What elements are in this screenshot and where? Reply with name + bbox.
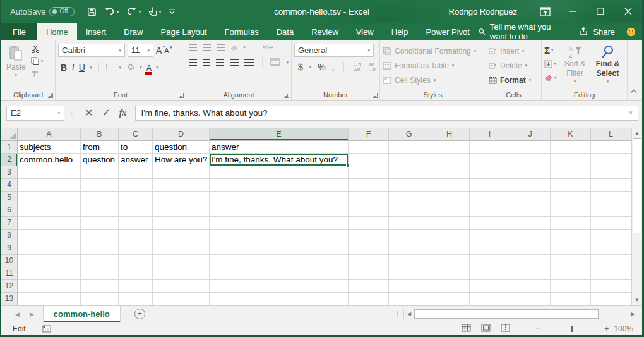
undo-button[interactable]: ▾ bbox=[104, 7, 119, 16]
column-header-A[interactable]: A bbox=[18, 128, 81, 141]
cell-G7[interactable] bbox=[389, 217, 429, 230]
cell-A5[interactable] bbox=[18, 192, 81, 204]
borders-icon[interactable] bbox=[106, 64, 114, 71]
cell-H4[interactable] bbox=[429, 179, 470, 192]
cell-L6[interactable] bbox=[591, 204, 631, 217]
cell-J4[interactable] bbox=[510, 179, 551, 192]
column-header-H[interactable]: H bbox=[429, 128, 470, 141]
row-header-10[interactable]: 10 bbox=[1, 255, 18, 267]
cell-D10[interactable] bbox=[153, 255, 210, 267]
cell-J6[interactable] bbox=[510, 204, 551, 217]
orientation-dropdown-icon[interactable]: ▾ bbox=[243, 45, 246, 50]
cell-A6[interactable] bbox=[18, 204, 81, 217]
copy-button[interactable]: ▾ bbox=[31, 57, 44, 65]
row-header-6[interactable]: 6 bbox=[1, 204, 18, 217]
cell-C8[interactable] bbox=[119, 230, 153, 242]
cell-J9[interactable] bbox=[510, 242, 551, 255]
cell-J12[interactable] bbox=[510, 280, 551, 293]
cell-L3[interactable] bbox=[591, 166, 631, 179]
cell-D9[interactable] bbox=[153, 242, 210, 255]
tab-home[interactable]: Home bbox=[37, 23, 77, 40]
cell-B8[interactable] bbox=[81, 230, 119, 242]
cell-L8[interactable] bbox=[591, 230, 631, 242]
find-select-button[interactable]: Find & Select ▾ bbox=[593, 44, 623, 90]
page-break-preview-button[interactable] bbox=[501, 324, 510, 334]
zoom-level[interactable]: 100% bbox=[614, 324, 633, 333]
previous-sheet-arrow-icon[interactable]: ◀ bbox=[15, 311, 20, 317]
tab-formulas[interactable]: Formulas bbox=[216, 23, 268, 40]
cell-A11[interactable] bbox=[18, 267, 81, 280]
new-sheet-button[interactable]: + bbox=[134, 309, 145, 319]
center-icon[interactable] bbox=[203, 59, 211, 66]
cell-L12[interactable] bbox=[591, 280, 631, 293]
row-header-3[interactable]: 3 bbox=[1, 166, 18, 179]
cell-L7[interactable] bbox=[591, 217, 631, 230]
cell-F3[interactable] bbox=[349, 166, 389, 179]
decrease-font-size-button[interactable]: A▼ bbox=[164, 47, 169, 54]
cell-A8[interactable] bbox=[18, 230, 81, 242]
cell-C6[interactable] bbox=[119, 204, 153, 217]
cell-D11[interactable] bbox=[153, 267, 210, 280]
normal-view-button[interactable] bbox=[462, 324, 471, 334]
cell-C7[interactable] bbox=[119, 217, 153, 230]
fill-color-dropdown-icon[interactable]: ▾ bbox=[140, 65, 142, 70]
cell-G8[interactable] bbox=[389, 230, 429, 242]
row-header-12[interactable]: 12 bbox=[1, 280, 18, 293]
horizontal-scrollbar[interactable]: ◀ ▶ bbox=[403, 309, 638, 319]
scroll-down-arrow-icon[interactable]: ▼ bbox=[632, 295, 642, 305]
cell-F7[interactable] bbox=[349, 217, 389, 230]
decrease-decimal-button[interactable]: .00→.0 bbox=[367, 63, 376, 71]
cell-A9[interactable] bbox=[18, 242, 81, 255]
underline-button[interactable]: U bbox=[79, 63, 85, 73]
underline-dropdown-icon[interactable]: ▾ bbox=[90, 65, 92, 70]
column-header-L[interactable]: L bbox=[591, 128, 631, 141]
cell-J7[interactable] bbox=[510, 217, 551, 230]
column-header-D[interactable]: D bbox=[153, 128, 210, 141]
cell-B4[interactable] bbox=[81, 179, 119, 192]
cell-I13[interactable] bbox=[470, 293, 510, 305]
cell-I7[interactable] bbox=[470, 217, 510, 230]
touch-mouse-mode-button[interactable]: ▾ bbox=[148, 7, 161, 16]
cut-button[interactable] bbox=[31, 45, 44, 53]
alignment-dialog-launcher[interactable] bbox=[284, 93, 289, 98]
cell-B2[interactable]: question bbox=[81, 154, 119, 166]
cell-J5[interactable] bbox=[510, 192, 551, 204]
comma-format-button[interactable]: , bbox=[332, 62, 335, 72]
cell-C3[interactable] bbox=[119, 166, 153, 179]
user-name[interactable]: Rodrigo Rodriguez bbox=[449, 7, 517, 16]
cell-H1[interactable] bbox=[429, 141, 470, 154]
expand-formula-bar-icon[interactable]: ˅ bbox=[629, 109, 633, 116]
macro-record-button[interactable] bbox=[42, 325, 51, 333]
cell-J13[interactable] bbox=[510, 293, 551, 305]
undo-dropdown-icon[interactable]: ▾ bbox=[116, 9, 119, 15]
cell-H12[interactable] bbox=[429, 280, 470, 293]
number-dialog-launcher[interactable] bbox=[373, 93, 378, 98]
increase-decimal-button[interactable]: ←.0.00 bbox=[353, 63, 361, 71]
zoom-in-button[interactable]: + bbox=[604, 324, 609, 333]
formula-input[interactable]: I'm fine, thanks. What about you? ˅ bbox=[135, 106, 638, 121]
cell-I12[interactable] bbox=[470, 280, 510, 293]
cell-J11[interactable] bbox=[510, 267, 551, 280]
row-header-9[interactable]: 9 bbox=[1, 242, 18, 255]
align-right-icon[interactable] bbox=[216, 59, 224, 66]
cell-E3[interactable] bbox=[210, 166, 349, 179]
cell-A2[interactable]: common.hello bbox=[18, 154, 81, 166]
scroll-right-arrow-icon[interactable]: ▶ bbox=[628, 311, 638, 317]
cell-F5[interactable] bbox=[349, 192, 389, 204]
italic-button[interactable]: I bbox=[71, 63, 75, 73]
cell-H9[interactable] bbox=[429, 242, 470, 255]
decrease-indent-icon[interactable] bbox=[230, 59, 239, 66]
cell-I9[interactable] bbox=[470, 242, 510, 255]
cell-K6[interactable] bbox=[551, 204, 591, 217]
cell-L10[interactable] bbox=[591, 255, 631, 267]
close-button[interactable] bbox=[614, 0, 642, 23]
cell-B5[interactable] bbox=[81, 192, 119, 204]
cell-L9[interactable] bbox=[591, 242, 631, 255]
tab-help[interactable]: Help bbox=[383, 23, 417, 40]
cell-B6[interactable] bbox=[81, 204, 119, 217]
column-header-G[interactable]: G bbox=[389, 128, 429, 141]
cell-B9[interactable] bbox=[81, 242, 119, 255]
increase-indent-icon[interactable] bbox=[244, 59, 253, 66]
orientation-icon[interactable]: ab bbox=[229, 42, 239, 52]
cell-J10[interactable] bbox=[510, 255, 551, 267]
